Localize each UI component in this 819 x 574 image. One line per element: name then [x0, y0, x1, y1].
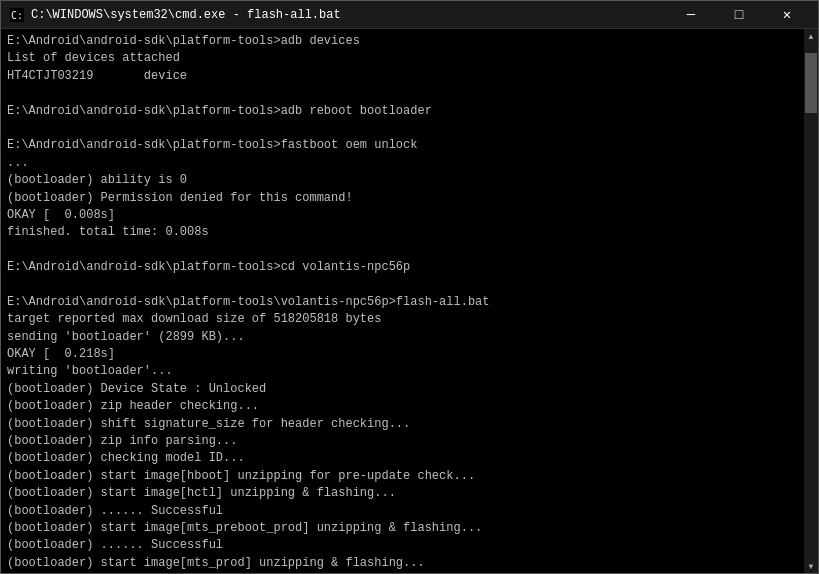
scroll-up-button[interactable]: ▲ — [804, 29, 818, 43]
minimize-button[interactable]: ─ — [668, 1, 714, 29]
maximize-button[interactable]: □ — [716, 1, 762, 29]
scrollbar-thumb[interactable] — [805, 53, 817, 113]
cmd-icon: C: — [9, 7, 25, 23]
close-button[interactable]: ✕ — [764, 1, 810, 29]
cmd-window: C: C:\WINDOWS\system32\cmd.exe - flash-a… — [0, 0, 819, 574]
svg-text:C:: C: — [11, 10, 23, 21]
terminal-output: E:\Android\android-sdk\platform-tools>ad… — [1, 29, 804, 573]
scrollbar[interactable]: ▲ ▼ — [804, 29, 818, 573]
scroll-down-button[interactable]: ▼ — [804, 559, 818, 573]
terminal-container: E:\Android\android-sdk\platform-tools>ad… — [1, 29, 818, 573]
scrollbar-track[interactable] — [804, 43, 818, 559]
title-bar: C: C:\WINDOWS\system32\cmd.exe - flash-a… — [1, 1, 818, 29]
window-controls: ─ □ ✕ — [668, 1, 810, 29]
window-title: C:\WINDOWS\system32\cmd.exe - flash-all.… — [31, 8, 668, 22]
